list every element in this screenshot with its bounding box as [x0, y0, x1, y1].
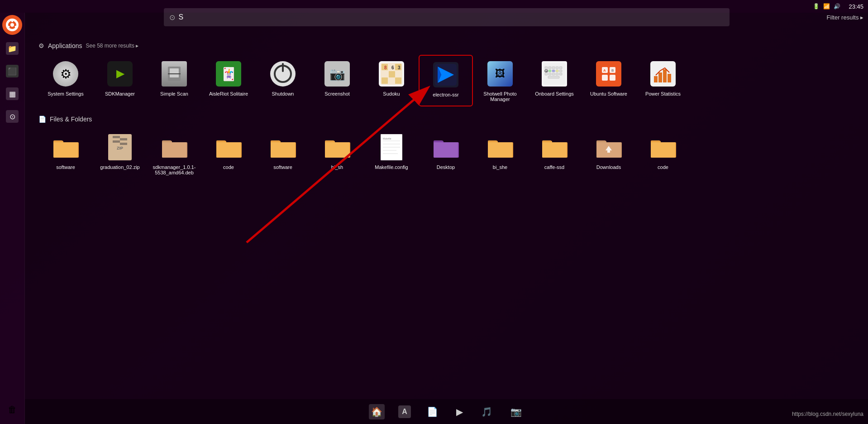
file-item-code1[interactable]: code: [201, 128, 256, 180]
power-circle: [274, 65, 292, 83]
app-item-sdk-manager[interactable]: ▶ SDKManager: [93, 55, 147, 106]
app-label-sdk: SDKManager: [105, 91, 135, 96]
svg-text:8: 8: [384, 65, 387, 70]
applications-section-icon: ⚙: [38, 42, 44, 49]
code1-icon: [214, 133, 243, 162]
zip-row-4: [113, 143, 127, 145]
app-item-ubuntu-software[interactable]: A B Ubuntu Software: [582, 55, 636, 106]
svg-rect-28: [556, 67, 558, 69]
sidebar-item-terminal[interactable]: ⬛: [2, 61, 22, 81]
app-label-ubuntu-software: Ubuntu Software: [590, 91, 627, 96]
shutdown-icon: [268, 59, 297, 88]
file-item-code2[interactable]: code: [636, 128, 690, 180]
bottom-file-icon[interactable]: 📄: [424, 404, 440, 419]
svg-rect-14: [395, 71, 401, 77]
svg-text:B: B: [546, 70, 547, 72]
app-item-onboard[interactable]: B Onboard Settings: [527, 55, 582, 106]
shutdown-icon-shape: [270, 61, 296, 87]
file-item-caffe-ssd[interactable]: caffe-ssd: [527, 128, 582, 180]
sidebar-item-settings2[interactable]: ▦: [2, 84, 22, 104]
file-label-bi-she: bi_she: [493, 164, 507, 170]
file-label-software1: software: [56, 164, 75, 170]
system-settings-icon: ⚙: [51, 59, 80, 88]
file-item-downloads[interactable]: Downloads: [582, 128, 636, 180]
app-label-sudoku: Sudoku: [383, 91, 400, 96]
search-input[interactable]: [179, 13, 724, 21]
ubuntu-logo: [6, 19, 19, 31]
app-item-simple-scan[interactable]: Simple Scan: [147, 55, 201, 106]
app-item-shutdown[interactable]: Shutdown: [256, 55, 310, 106]
svg-point-3: [15, 26, 17, 28]
file-item-software2[interactable]: software: [256, 128, 310, 180]
file-label-downloads: Downloads: [596, 164, 621, 170]
bi-sh-icon: [323, 133, 352, 162]
sdk-manager-icon: ▶: [105, 59, 134, 88]
zip-icon: ZIP: [105, 133, 134, 162]
downloads-icon: [594, 133, 623, 162]
bottom-bar: 🏠 A 📄 ▶ 🎵 📷: [25, 399, 868, 424]
see-more-link[interactable]: See 58 more results ▸: [86, 43, 138, 49]
app-item-system-settings[interactable]: ⚙ System Settings: [38, 55, 93, 106]
file-item-bi-she[interactable]: bi_she: [473, 128, 527, 180]
see-more-label: See 58 more results: [86, 43, 134, 49]
sidebar-item-extra1[interactable]: ⊙: [2, 106, 22, 126]
file-item-zip[interactable]: ZIP graduation_02.zip: [93, 128, 147, 180]
ubuntu-button[interactable]: [2, 15, 22, 35]
bottom-music-icon[interactable]: 🎵: [479, 404, 495, 419]
sidebar: 📁 ⬛ ▦ ⊙ 🗑: [0, 13, 25, 424]
file-label-desktop: Desktop: [437, 164, 455, 170]
filter-results-button[interactable]: Filter results ▸: [827, 14, 863, 21]
svg-rect-39: [559, 73, 562, 75]
svg-text:Makefile: Makefile: [383, 137, 391, 140]
sidebar-item-files[interactable]: 📁: [2, 39, 22, 58]
search-circle-icon: ⊙: [169, 13, 175, 22]
trash-icon-container[interactable]: 🗑: [2, 400, 22, 419]
onboard-icon: B: [540, 59, 569, 88]
app-item-electron-ssr[interactable]: electron-ssr: [419, 55, 473, 106]
bottom-home-icon[interactable]: 🏠: [369, 404, 385, 419]
sudoku-icon: 8 6 3: [377, 59, 406, 88]
svg-rect-17: [395, 77, 401, 84]
app-label-shutdown: Shutdown: [272, 91, 294, 96]
makefile-icon: Makefile: [377, 133, 406, 162]
file-label-caffe-ssd: caffe-ssd: [544, 164, 564, 170]
url-bar: https://blog.csdn.net/sexyluna: [792, 411, 863, 417]
svg-rect-46: [610, 75, 615, 81]
bottom-photo-icon[interactable]: 📷: [508, 404, 524, 419]
app-label-system-settings: System Settings: [48, 91, 83, 96]
file-item-software1[interactable]: software: [38, 128, 93, 180]
file-label-software2: software: [273, 164, 292, 170]
app-item-solitaire[interactable]: 🃏 AisleRiot Solitaire: [201, 55, 256, 106]
applications-grid: ⚙ System Settings ▶ SDKManager: [38, 55, 854, 106]
software2-icon: [268, 133, 297, 162]
power-stats-icon-shape: [650, 61, 676, 87]
trash-icon: 🗑: [8, 405, 17, 415]
desktop-icon: [431, 133, 460, 162]
file-item-deb[interactable]: sdkmanager_1.0.1-5538_amd64.deb: [147, 128, 201, 180]
sdk-icon-shape: ▶: [107, 61, 133, 87]
bottom-apps-icon[interactable]: A: [398, 405, 411, 418]
app-item-power-stats[interactable]: Power Statistics: [636, 55, 690, 106]
simple-scan-icon: [160, 59, 189, 88]
app-label-scan: Simple Scan: [160, 91, 188, 96]
svg-rect-53: [668, 74, 671, 82]
files-section-header: 📄 Files & Folders: [38, 116, 854, 123]
svg-rect-62: [607, 150, 610, 153]
file-item-makefile[interactable]: Makefile Makefile.config: [364, 128, 419, 180]
file-item-desktop[interactable]: Desktop: [419, 128, 473, 180]
app-item-sudoku[interactable]: 8 6 3 Sudoku: [364, 55, 419, 106]
applications-section-header: ⚙ Applications See 58 more results ▸: [38, 42, 854, 49]
svg-rect-50: [654, 76, 658, 82]
bottom-video-icon[interactable]: ▶: [454, 404, 465, 419]
dash-icon: ▦: [6, 87, 19, 100]
svg-rect-25: [545, 67, 548, 69]
shotwell-icon-shape: 🖼: [487, 61, 513, 87]
svg-text:3: 3: [398, 65, 401, 70]
file-item-bi-sh[interactable]: bi_sh: [310, 128, 364, 180]
screenshot-icon: 📷: [323, 59, 352, 88]
zip-cell: [120, 143, 127, 145]
app-item-screenshot[interactable]: 📷 Screenshot: [310, 55, 364, 106]
electron-ssr-icon: [431, 60, 460, 89]
search-input-wrap[interactable]: ⊙: [164, 8, 730, 26]
app-item-shotwell[interactable]: 🖼 Shotwell Photo Manager: [473, 55, 527, 106]
